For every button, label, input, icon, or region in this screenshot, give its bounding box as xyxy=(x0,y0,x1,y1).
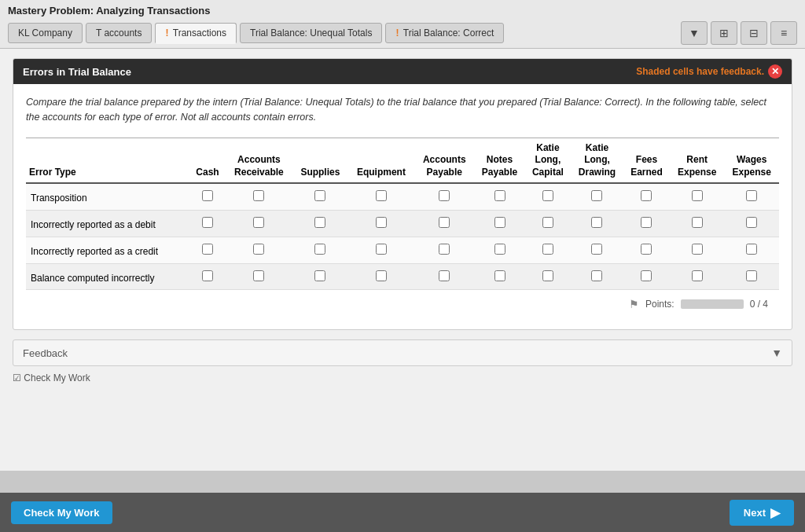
cell-transposition-katie-long-drawing xyxy=(571,183,623,210)
cell-incorrectly-debit-supplies xyxy=(292,211,347,237)
checkbox-transposition-wages-expense[interactable] xyxy=(746,190,757,201)
checkbox-incorrectly-debit-wages-expense[interactable] xyxy=(746,217,757,228)
tab-controls: ▼ ⊞ ⊟ ≡ xyxy=(681,21,797,45)
checkbox-incorrectly-credit-rent-expense[interactable] xyxy=(692,244,703,255)
cell-incorrectly-debit-cash xyxy=(189,211,225,237)
tab-trial-balance-correct[interactable]: ! Trial Balance: Correct xyxy=(385,23,504,43)
cell-transposition-accounts-payable xyxy=(414,183,474,210)
next-arrow-icon: ▶ xyxy=(770,505,780,520)
checkbox-incorrectly-debit-accounts-receivable[interactable] xyxy=(253,217,264,228)
col-header-equipment: Equipment xyxy=(348,138,415,183)
cell-incorrectly-credit-accounts-receivable xyxy=(226,237,293,263)
checkbox-incorrectly-debit-katie-long-capital[interactable] xyxy=(542,217,553,228)
tab-transactions[interactable]: ! Transactions xyxy=(155,23,237,44)
window-control-2[interactable]: ⊟ xyxy=(741,21,767,45)
feedback-header[interactable]: Feedback ▼ xyxy=(13,340,792,365)
checkbox-balance-computed-fees-earned[interactable] xyxy=(641,270,652,281)
cell-incorrectly-credit-notes-payable xyxy=(474,237,525,263)
cell-incorrectly-credit-fees-earned xyxy=(623,237,670,263)
next-label: Next xyxy=(744,507,766,519)
checkbox-transposition-fees-earned[interactable] xyxy=(641,190,652,201)
col-header-katie-long-drawing: KatieLong,Drawing xyxy=(571,138,623,183)
checkbox-incorrectly-credit-fees-earned[interactable] xyxy=(641,244,652,255)
checkbox-balance-computed-accounts-receivable[interactable] xyxy=(253,270,264,281)
checkbox-transposition-accounts-receivable[interactable] xyxy=(253,190,264,201)
feedback-section[interactable]: Feedback ▼ xyxy=(13,339,792,366)
partial-check-text: ☑ Check My Work xyxy=(13,369,792,387)
checkbox-balance-computed-cash[interactable] xyxy=(202,270,213,281)
checkbox-incorrectly-credit-katie-long-drawing[interactable] xyxy=(591,244,602,255)
col-header-fees-earned: FeesEarned xyxy=(623,138,670,183)
check-work-button[interactable]: Check My Work xyxy=(11,501,112,524)
menu-control[interactable]: ≡ xyxy=(770,21,797,45)
cell-incorrectly-debit-accounts-payable xyxy=(414,211,474,237)
checkbox-transposition-katie-long-drawing[interactable] xyxy=(591,190,602,201)
checkbox-incorrectly-credit-accounts-receivable[interactable] xyxy=(253,244,264,255)
tab-kl-company[interactable]: KL Company xyxy=(8,23,83,43)
points-row: ⚑ Points: 0 / 4 xyxy=(26,290,779,318)
cell-balance-computed-katie-long-capital xyxy=(525,263,571,290)
checkbox-incorrectly-credit-wages-expense[interactable] xyxy=(746,244,757,255)
checkbox-balance-computed-equipment[interactable] xyxy=(376,270,387,281)
error-panel-body: Compare the trial balance prepared by th… xyxy=(13,84,792,329)
checkbox-incorrectly-credit-cash[interactable] xyxy=(202,244,213,255)
checkbox-transposition-notes-payable[interactable] xyxy=(494,190,505,201)
checkbox-incorrectly-credit-katie-long-capital[interactable] xyxy=(542,244,553,255)
cell-incorrectly-credit-wages-expense xyxy=(724,237,779,263)
cell-balance-computed-accounts-payable xyxy=(414,263,474,290)
col-header-supplies: Supplies xyxy=(292,138,347,183)
dropdown-control[interactable]: ▼ xyxy=(681,21,708,45)
main-content: Errors in Trial Balance Shaded cells hav… xyxy=(0,49,805,471)
checkbox-incorrectly-credit-equipment[interactable] xyxy=(376,244,387,255)
checkbox-incorrectly-debit-notes-payable[interactable] xyxy=(494,217,505,228)
col-header-cash: Cash xyxy=(189,138,225,183)
checkbox-incorrectly-debit-supplies[interactable] xyxy=(314,217,325,228)
error-type-incorrectly-debit: Incorrectly reported as a debit xyxy=(26,211,189,237)
checkbox-incorrectly-credit-supplies[interactable] xyxy=(314,244,325,255)
checkbox-balance-computed-wages-expense[interactable] xyxy=(746,270,757,281)
tab-row: KL CompanyT accounts! TransactionsTrial … xyxy=(8,21,797,45)
checkbox-transposition-katie-long-capital[interactable] xyxy=(542,190,553,201)
cell-transposition-cash xyxy=(189,183,225,210)
tab-trial-balance-unequal[interactable]: Trial Balance: Unequal Totals xyxy=(240,23,382,43)
checkbox-transposition-cash[interactable] xyxy=(202,190,213,201)
checkbox-transposition-equipment[interactable] xyxy=(376,190,387,201)
points-icon: ⚑ xyxy=(629,298,639,310)
error-type-transposition: Transposition xyxy=(26,183,189,210)
cell-incorrectly-credit-rent-expense xyxy=(670,237,724,263)
cell-transposition-accounts-receivable xyxy=(226,183,293,210)
checkbox-transposition-rent-expense[interactable] xyxy=(692,190,703,201)
cell-incorrectly-debit-rent-expense xyxy=(670,211,724,237)
checkbox-balance-computed-notes-payable[interactable] xyxy=(494,270,505,281)
checkbox-balance-computed-katie-long-capital[interactable] xyxy=(542,270,553,281)
cell-incorrectly-credit-cash xyxy=(189,237,225,263)
cell-balance-computed-notes-payable xyxy=(474,263,525,290)
col-header-notes-payable: NotesPayable xyxy=(474,138,525,183)
cell-balance-computed-accounts-receivable xyxy=(226,263,293,290)
checkbox-incorrectly-debit-rent-expense[interactable] xyxy=(692,217,703,228)
window-control-1[interactable]: ⊞ xyxy=(711,21,737,45)
tab-t-accounts[interactable]: T accounts xyxy=(86,23,152,43)
checkbox-incorrectly-debit-cash[interactable] xyxy=(202,217,213,228)
checkbox-balance-computed-katie-long-drawing[interactable] xyxy=(591,270,602,281)
checkbox-incorrectly-debit-accounts-payable[interactable] xyxy=(439,217,450,228)
cell-incorrectly-credit-equipment xyxy=(348,237,415,263)
close-button[interactable]: ✕ xyxy=(768,64,782,79)
checkbox-incorrectly-debit-equipment[interactable] xyxy=(376,217,387,228)
points-value: 0 / 4 xyxy=(750,299,768,310)
col-header-accounts-receivable: AccountsReceivable xyxy=(226,138,293,183)
error-table: Error TypeCashAccountsReceivableSupplies… xyxy=(26,138,779,291)
checkbox-balance-computed-supplies[interactable] xyxy=(314,270,325,281)
checkbox-incorrectly-credit-notes-payable[interactable] xyxy=(494,244,505,255)
next-button[interactable]: Next ▶ xyxy=(730,500,794,526)
checkbox-incorrectly-debit-fees-earned[interactable] xyxy=(641,217,652,228)
checkbox-incorrectly-credit-accounts-payable[interactable] xyxy=(439,244,450,255)
error-panel-header: Errors in Trial Balance Shaded cells hav… xyxy=(13,59,792,84)
cell-balance-computed-katie-long-drawing xyxy=(571,263,623,290)
checkbox-transposition-supplies[interactable] xyxy=(314,190,325,201)
checkbox-incorrectly-debit-katie-long-drawing[interactable] xyxy=(591,217,602,228)
checkbox-balance-computed-rent-expense[interactable] xyxy=(692,270,703,281)
col-header-error-type: Error Type xyxy=(26,138,189,183)
checkbox-balance-computed-accounts-payable[interactable] xyxy=(439,270,450,281)
checkbox-transposition-accounts-payable[interactable] xyxy=(439,190,450,201)
